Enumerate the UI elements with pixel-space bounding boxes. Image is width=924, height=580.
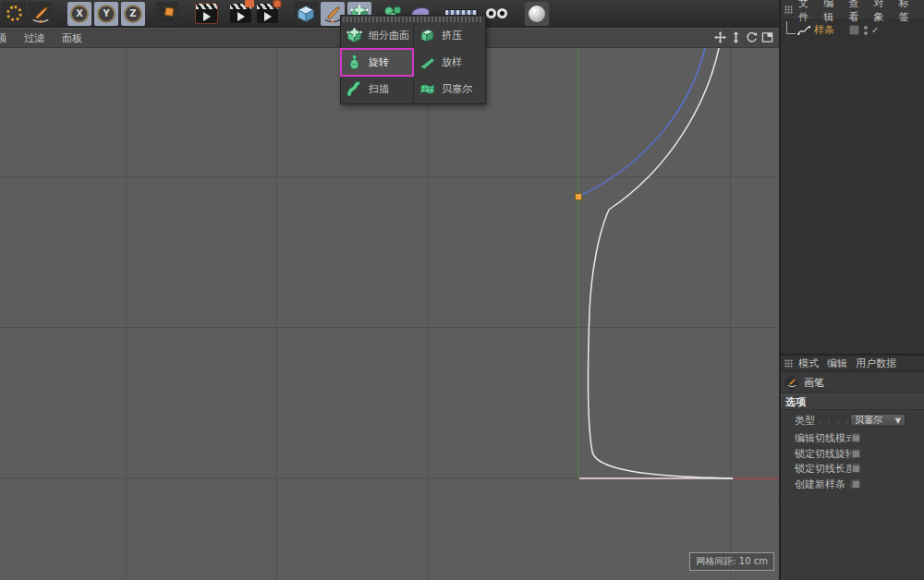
toggle-view-icon[interactable]: [761, 31, 773, 43]
lock-tangent-length-label: 锁定切线长度: [795, 462, 856, 476]
blue-cube-glyph: [296, 4, 316, 24]
active-tool-row: 画笔: [781, 373, 924, 393]
panel-grip-icon[interactable]: [784, 359, 793, 368]
create-new-spline-row: 创建新样条 . .: [781, 477, 924, 491]
menu-item-label: 贝塞尔: [442, 82, 472, 96]
tree-elbow: [786, 21, 796, 34]
z-axis-lock[interactable]: Z: [121, 2, 145, 26]
ring-glyph: [6, 6, 22, 21]
spline-blue-segment[interactable]: [578, 48, 705, 197]
render-view-icon[interactable]: [194, 2, 218, 26]
z-axis-label: Z: [124, 5, 142, 23]
axis-circles-icon[interactable]: [482, 2, 510, 26]
om-menu-view[interactable]: 查看: [848, 0, 865, 24]
edit-tangent-mode-label: 编辑切线模式: [795, 431, 856, 445]
menu-column-right: 挤压 放样 贝塞尔: [413, 22, 485, 104]
type-row: 类型 . . . . . . . 贝塞尔 ▼: [781, 413, 924, 428]
panel-grip-icon[interactable]: [784, 6, 793, 14]
coordinate-system-icon[interactable]: [155, 2, 179, 26]
viewport-controls: [714, 31, 773, 43]
type-value: 贝塞尔: [855, 414, 882, 427]
rotate-icon[interactable]: [746, 31, 758, 43]
zoom-icon[interactable]: [730, 31, 742, 43]
y-axis-lock[interactable]: Y: [94, 2, 118, 26]
render-settings-icon[interactable]: [255, 2, 279, 26]
sweep-icon: [346, 80, 363, 98]
am-menu-userdata[interactable]: 用户数据: [856, 356, 896, 370]
menu-item-label: 扫描: [369, 82, 389, 96]
menu-item-label: 挤压: [442, 29, 462, 42]
clapper-glyph: [196, 4, 217, 23]
clapper-output-glyph: [230, 4, 251, 23]
am-menu-edit[interactable]: 编辑: [827, 356, 847, 370]
om-menu-objects[interactable]: 对象: [874, 0, 891, 24]
undo-ring-icon[interactable]: [2, 2, 26, 26]
create-new-spline-checkbox[interactable]: [851, 479, 860, 489]
om-menu-edit[interactable]: 编辑: [823, 0, 840, 24]
render-picture-viewer-icon[interactable]: [228, 2, 252, 26]
pen-tool-icon[interactable]: [29, 2, 53, 26]
object-row-spline[interactable]: 样条 ✓: [781, 22, 924, 38]
circles-glyph: [486, 8, 507, 18]
type-label: 类型: [795, 414, 815, 428]
enable-checkmark-icon[interactable]: ✓: [871, 25, 879, 35]
viewport[interactable]: 网格间距: 10 cm: [0, 48, 779, 580]
edit-tangent-mode-row: 编辑切线模式: [781, 430, 924, 445]
y-axis-label: Y: [97, 5, 116, 23]
x-axis-label: X: [70, 5, 89, 23]
lock-tangent-length-row: 锁定切线长度: [781, 461, 924, 476]
grid-spacing-label: 网格间距: 10 cm: [689, 552, 774, 571]
menu-item-label: 细分曲面: [369, 29, 409, 42]
options-section-header[interactable]: 选项: [781, 394, 924, 410]
pan-icon[interactable]: [714, 31, 726, 43]
menu-item-label: 放样: [442, 55, 462, 69]
spline-canvas: [0, 48, 779, 580]
type-dropdown[interactable]: 贝塞尔 ▼: [850, 414, 906, 427]
attribute-menubar: 模式 编辑 用户数据: [781, 356, 924, 372]
menu-item-label: 旋转: [369, 55, 389, 69]
visibility-dots-icon[interactable]: [864, 26, 868, 35]
menu-item-sweep[interactable]: 扫描: [341, 76, 413, 103]
object-name[interactable]: 样条: [814, 23, 834, 37]
lock-tangent-length-checkbox[interactable]: [851, 464, 860, 473]
viewport-menu-panel[interactable]: 面板: [62, 31, 82, 45]
right-panel: 文件 编辑 查看 对象 标签 样条 ✓ 模式 编辑 用户数据: [779, 0, 924, 580]
edit-tangent-mode-checkbox[interactable]: [851, 433, 860, 442]
menu-item-bezier[interactable]: 贝塞尔: [414, 76, 485, 103]
om-menu-file[interactable]: 文件: [798, 0, 815, 24]
bezier-icon: [419, 80, 436, 98]
viewport-menu-clipped[interactable]: 项: [0, 31, 6, 45]
sphere-object-icon[interactable]: [525, 2, 549, 26]
layer-chip-icon[interactable]: [849, 25, 859, 35]
object-manager-menubar: 文件 编辑 查看 对象 标签: [781, 0, 924, 20]
selected-vertex[interactable]: [576, 194, 582, 200]
extrude-icon: [419, 27, 436, 44]
cinema4d-window: X Y Z: [0, 0, 924, 580]
x-axis-lock[interactable]: X: [67, 2, 91, 26]
attribute-manager: 模式 编辑 用户数据 画笔 选项 类型 . . . . . . . 贝塞尔 ▼: [781, 356, 924, 580]
axis-glyph: [157, 4, 177, 24]
add-primitive-cube-icon[interactable]: [294, 2, 318, 26]
lock-tangent-rotation-row: 锁定切线旋转: [781, 446, 924, 461]
viewport-menu-filter[interactable]: 过滤: [24, 31, 44, 45]
om-menu-tags[interactable]: 标签: [899, 0, 916, 24]
menu-column-left: 细分曲面 旋转 扫描: [341, 22, 413, 104]
menu-item-lathe[interactable]: 旋转: [341, 49, 413, 76]
menu-item-extrude[interactable]: 挤压: [414, 22, 485, 49]
am-menu-mode[interactable]: 模式: [798, 356, 819, 370]
clapper-gear-glyph: [257, 4, 278, 23]
lock-tangent-rotation-checkbox[interactable]: [851, 449, 860, 458]
chevron-down-icon: ▼: [895, 417, 901, 425]
spline-profile[interactable]: [588, 48, 733, 478]
lock-tangent-rotation-label: 锁定切线旋转: [795, 447, 856, 461]
generator-menu: 细分曲面 旋转 扫描: [340, 15, 486, 104]
lathe-icon: [346, 54, 363, 71]
loft-icon: [419, 54, 436, 71]
active-tool-name: 画笔: [804, 376, 824, 390]
spline-object-icon: [797, 25, 810, 36]
menu-item-subdivision-surface[interactable]: 细分曲面: [341, 22, 413, 49]
sphere-glyph: [529, 6, 545, 22]
pen-tool-badge-icon: [784, 376, 798, 390]
menu-item-loft[interactable]: 放样: [414, 49, 485, 76]
pen-glyph: [30, 4, 51, 24]
